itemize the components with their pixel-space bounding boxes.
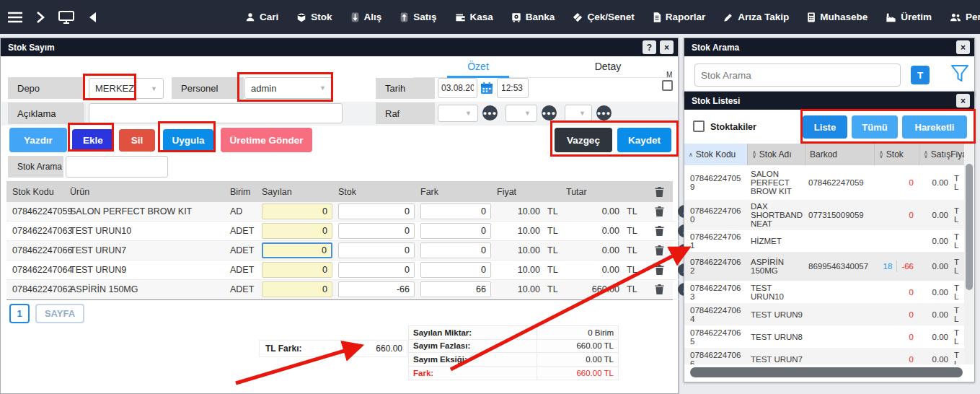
col-fark[interactable]: Fark — [420, 187, 497, 197]
col-satis-fiyat[interactable]: ∧∨ SatışFiyat — [919, 144, 966, 165]
close-icon[interactable]: × — [956, 94, 970, 108]
vazgec-button[interactable]: Vazgeç — [555, 128, 612, 152]
calendar-icon[interactable] — [480, 82, 493, 97]
raf-more-button-1[interactable]: ●●● — [482, 105, 498, 121]
kaydet-button[interactable]: Kaydet — [617, 128, 671, 152]
fark-input[interactable] — [420, 281, 491, 297]
vertical-scrollbar-thumb[interactable] — [966, 164, 973, 290]
raf-select-1[interactable]: ▼ — [438, 105, 478, 122]
fark-input[interactable] — [420, 203, 491, 219]
nav-item-stok[interactable]: Stok — [296, 12, 332, 22]
col-stok-kodu[interactable]: ∧ Stok Kodu — [684, 144, 748, 165]
nav-item-label: Stok — [311, 12, 332, 22]
nav-item-cari[interactable]: Cari — [245, 12, 278, 22]
nav-item-banka[interactable]: Banka — [511, 12, 555, 22]
delete-row-icon[interactable] — [645, 245, 673, 256]
fark-input[interactable] — [420, 223, 491, 239]
nav-item-raporlar[interactable]: Raporlar — [653, 12, 706, 22]
tumu-button[interactable]: Tümü — [852, 115, 898, 139]
tab-ozet[interactable]: Özet — [413, 58, 543, 77]
sil-button[interactable]: Sil — [119, 129, 155, 152]
sayilan-input[interactable] — [262, 281, 332, 297]
col-stok-adi[interactable]: ∧∨ Stok Adı — [748, 144, 805, 165]
sayfa-button[interactable]: SAYFA — [35, 304, 84, 323]
monitor-icon[interactable] — [58, 10, 75, 25]
sayilan-input[interactable] — [262, 262, 332, 278]
delete-row-icon[interactable] — [645, 206, 673, 217]
filter-funnel-icon[interactable] — [950, 63, 970, 87]
raf-select-2[interactable]: ▼ — [506, 105, 537, 122]
depo-select[interactable]: MERKEZ▼ — [89, 78, 164, 99]
list-item[interactable]: 078462247059 SALON PERFECT BROW KIT 0784… — [684, 165, 966, 200]
raf-select-3[interactable]: ▼ — [565, 105, 592, 122]
uygula-button[interactable]: Uygula — [163, 129, 213, 152]
triangle-left-icon[interactable] — [87, 12, 97, 23]
nav-item-personel[interactable]: Personel — [950, 12, 980, 22]
hamburger-menu-icon[interactable] — [7, 12, 23, 23]
stok-input[interactable] — [338, 203, 415, 219]
yazdir-button[interactable]: Yazdır — [9, 128, 67, 152]
sort-both-icon: ∧∨ — [879, 151, 883, 158]
col-stok[interactable]: Stok — [338, 187, 420, 197]
fark-input[interactable] — [420, 262, 491, 278]
nav-item-satis[interactable]: Satış — [399, 12, 436, 22]
liste-button[interactable]: Liste — [803, 115, 847, 139]
hareketli-button[interactable]: Hareketli — [902, 115, 967, 139]
delete-row-icon[interactable] — [645, 284, 673, 295]
nav-item-uretim[interactable]: Üretim — [886, 12, 932, 22]
nav-item-kasa[interactable]: Kasa — [455, 12, 493, 22]
stok-input[interactable] — [338, 262, 415, 278]
uretime-gonder-button[interactable]: Üretime Gönder — [221, 128, 312, 152]
col-stok-kodu[interactable]: Stok Kodu — [6, 187, 70, 197]
nav-item-alis[interactable]: Alış — [350, 12, 382, 22]
nav-item-muhasebe[interactable]: Muhasebe — [807, 12, 868, 22]
col-stok[interactable]: ∧∨ Stok — [875, 144, 919, 165]
delete-row-icon[interactable] — [645, 264, 673, 276]
raf-more-button-2[interactable]: ●●● — [542, 105, 557, 121]
nav-item-cek-senet[interactable]: Çek/Senet — [573, 12, 634, 22]
list-item[interactable]: 078462247060 DAX SHORTBAND NEAT 07731500… — [684, 200, 966, 230]
ekle-button[interactable]: Ekle — [72, 129, 114, 152]
date-input[interactable] — [438, 78, 477, 98]
help-button[interactable]: ? — [643, 40, 656, 54]
aciklama-input[interactable] — [89, 103, 343, 123]
col-fiyat[interactable]: Fiyat — [497, 187, 540, 197]
sayilan-input[interactable] — [262, 203, 332, 219]
horizontal-scrollbar-thumb[interactable] — [690, 367, 963, 377]
chevron-right-icon[interactable] — [35, 11, 45, 24]
close-icon[interactable]: × — [956, 40, 970, 54]
col-tutar[interactable]: Tutar — [566, 187, 619, 197]
list-item[interactable]: 078462247064 TEST URUN9 0 0.00 TL — [684, 303, 966, 325]
t-button[interactable]: T — [911, 66, 930, 84]
close-icon[interactable]: × — [660, 40, 674, 54]
page-number-button[interactable]: 1 — [9, 304, 30, 323]
stok-input[interactable] — [338, 281, 415, 297]
tl-farki-value: 660.00 — [343, 340, 407, 357]
sayilan-input-focused[interactable] — [262, 242, 332, 258]
list-item[interactable]: 078462247065 TEST URUN8 0 0.00 TL — [684, 325, 966, 348]
stok-arama-input[interactable] — [66, 156, 168, 178]
list-item[interactable]: 078462247063 TEST URUN10 0 0.00 TL — [684, 281, 966, 303]
time-input[interactable] — [497, 78, 529, 98]
col-barkod[interactable]: Barkod — [805, 144, 875, 165]
stok-input[interactable] — [338, 223, 415, 239]
stok-arama-search-input[interactable] — [694, 64, 901, 87]
nav-item-label: Kasa — [470, 12, 493, 22]
sort-both-icon: ∧∨ — [752, 151, 756, 158]
delete-row-icon[interactable] — [645, 225, 673, 237]
m-checkbox[interactable] — [662, 80, 673, 91]
list-item[interactable]: 078462247061 HİZMET 0.00 TL — [684, 230, 966, 252]
sayilan-input[interactable] — [262, 223, 332, 239]
chevron-down-icon: ▼ — [151, 85, 157, 92]
personel-select[interactable]: admin▼ — [244, 77, 332, 99]
col-urun[interactable]: Ürün — [70, 187, 230, 197]
stoktakiler-checkbox[interactable] — [693, 121, 705, 132]
col-sayilan[interactable]: Sayılan — [262, 187, 338, 197]
nav-item-ariza-takip[interactable]: Arıza Takip — [723, 12, 789, 22]
stok-input[interactable] — [338, 242, 415, 258]
raf-more-button-3[interactable]: ●●● — [596, 105, 612, 121]
col-birim[interactable]: Birim — [230, 187, 262, 197]
tab-detay[interactable]: Detay — [543, 58, 673, 77]
fark-input[interactable] — [420, 242, 491, 258]
list-item-highlighted[interactable]: 078462247062 ASPİRİN 150MG 8699546340057… — [684, 252, 966, 281]
